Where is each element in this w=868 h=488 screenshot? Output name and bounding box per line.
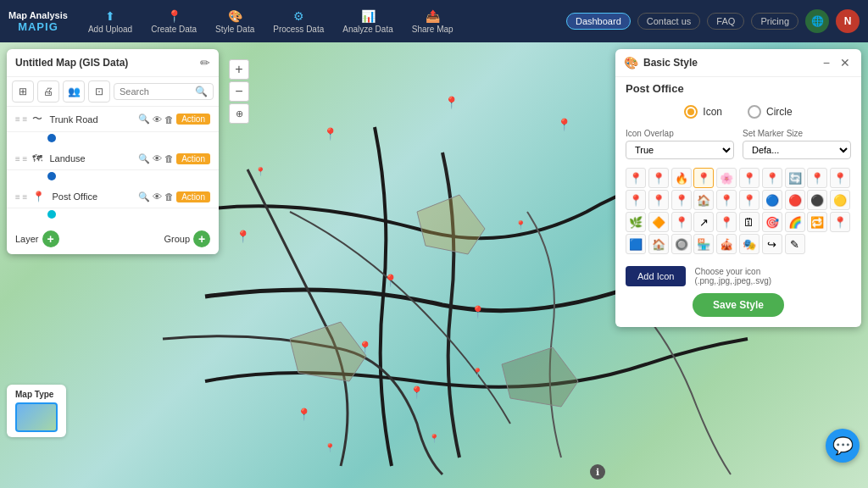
icon-cell-2[interactable]: 📍 [648, 168, 669, 188]
map-type-thumbnail[interactable] [15, 402, 58, 432]
marker-size-select[interactable]: Defa... Small Medium Large [743, 141, 851, 159]
map-pin-5: 📍 [236, 230, 250, 243]
trunk-road-eye-icon[interactable]: 👁 [153, 114, 162, 125]
icon-cell-22[interactable]: 🔶 [648, 212, 669, 232]
icon-radio[interactable] [684, 105, 698, 119]
icon-cell-4[interactable]: 📍 [693, 168, 714, 188]
minimize-btn[interactable]: − [821, 56, 832, 69]
toolbar-print-icon[interactable]: 🖨 [37, 80, 59, 103]
icon-cell-35[interactable]: 🎪 [716, 234, 737, 254]
save-style-btn[interactable]: Save Style [693, 293, 784, 317]
map-area[interactable]: 📍 📍 📍 📍 📍 📍 📍 📍 📍 📍 📍 📍 📍 📍 📍 + − ⊕ Map … [0, 42, 868, 488]
icon-cell-26[interactable]: 🗓 [739, 212, 760, 232]
trunk-road-delete-icon[interactable]: 🗑 [164, 114, 174, 125]
icon-cell-3[interactable]: 🔥 [671, 168, 692, 188]
icon-cell-37[interactable]: ↪ [762, 234, 782, 254]
icon-cell-21[interactable]: 🌿 [626, 212, 646, 232]
toolbar-settings-icon[interactable]: ⊡ [88, 80, 110, 103]
post-office-search-icon[interactable]: 🔍 [138, 191, 150, 202]
map-pin-3: 📍 [557, 118, 571, 131]
icon-cell-13[interactable]: 📍 [671, 190, 692, 210]
zoom-in-btn[interactable]: + [229, 59, 249, 80]
svg-marker-0 [417, 195, 485, 254]
add-icon-btn[interactable]: Add Icon [626, 266, 686, 286]
icon-cell-10[interactable]: 📍 [830, 168, 850, 188]
icon-cell-9[interactable]: 📍 [807, 168, 827, 188]
icon-cell-31[interactable]: 🟦 [626, 234, 646, 254]
add-layer-btn[interactable]: Layer + [15, 230, 59, 247]
add-layer-plus-icon[interactable]: + [42, 230, 59, 247]
landuse-search-icon[interactable]: 🔍 [138, 153, 150, 164]
add-group-btn[interactable]: Group + [164, 230, 210, 247]
post-office-eye-icon[interactable]: 👁 [153, 191, 162, 202]
nav-process-data[interactable]: ⚙ Process Data [266, 6, 331, 37]
map-pin-6: 📍 [383, 274, 398, 287]
icon-cell-17[interactable]: 🔵 [762, 190, 782, 210]
icon-cell-34[interactable]: 🏪 [693, 234, 714, 254]
icon-cell-5[interactable]: 🌸 [716, 168, 737, 188]
panel-header: Untitled Map (GIS Data) ✏ [7, 49, 219, 77]
app-brand: Map Analysis MAPIG [8, 10, 68, 33]
toolbar-grid-icon[interactable]: ⊞ [12, 80, 34, 103]
icon-cell-8[interactable]: 🔄 [785, 168, 805, 188]
trunk-road-search-icon[interactable]: 🔍 [138, 114, 150, 125]
type-icon-option[interactable]: Icon [684, 105, 722, 119]
icon-cell-27[interactable]: 🎯 [762, 212, 782, 232]
icon-cell-32[interactable]: 🏠 [648, 234, 669, 254]
close-btn[interactable]: ✕ [837, 56, 853, 69]
nav-add-upload[interactable]: ⬆ Add Upload [81, 6, 139, 37]
user-profile[interactable]: N [836, 9, 860, 33]
icon-cell-36[interactable]: 🎭 [739, 234, 760, 254]
edit-title-icon[interactable]: ✏ [200, 56, 210, 69]
toolbar-group-icon[interactable]: 👥 [63, 80, 85, 103]
map-pin-1: 📍 [323, 127, 337, 141]
faq-btn[interactable]: FAQ [707, 13, 744, 30]
post-office-action-btn[interactable]: Action [176, 191, 210, 202]
icon-cell-16[interactable]: 📍 [739, 190, 760, 210]
basic-style-title: Basic Style [643, 57, 815, 69]
landuse-action-btn[interactable]: Action [176, 153, 210, 164]
nav-style-data[interactable]: 🎨 Style Data [209, 6, 261, 37]
type-circle-option[interactable]: Circle [748, 105, 793, 119]
zoom-out-btn[interactable]: − [229, 81, 249, 102]
post-office-name: Post Office [52, 191, 135, 202]
icon-cell-12[interactable]: 📍 [648, 190, 669, 210]
landuse-name: Landuse [49, 153, 135, 164]
icon-cell-33[interactable]: 🔘 [671, 234, 692, 254]
icon-cell-6[interactable]: 📍 [739, 168, 760, 188]
icon-cell-11[interactable]: 📍 [626, 190, 646, 210]
icon-cell-14[interactable]: 🏠 [693, 190, 714, 210]
icon-cell-30[interactable]: 📍 [830, 212, 850, 232]
landuse-delete-icon[interactable]: 🗑 [164, 153, 174, 164]
info-badge[interactable]: ℹ [590, 464, 605, 480]
icon-cell-29[interactable]: 🔁 [807, 212, 827, 232]
trunk-road-action-btn[interactable]: Action [176, 114, 210, 125]
zoom-reset-btn[interactable]: ⊕ [229, 103, 249, 124]
dashboard-btn[interactable]: Dashboard [566, 13, 631, 30]
nav-share-map[interactable]: 📤 Share Map [405, 6, 460, 37]
post-office-delete-icon[interactable]: 🗑 [164, 191, 174, 202]
icon-cell-20[interactable]: 🟡 [830, 190, 850, 210]
landuse-eye-icon[interactable]: 👁 [153, 153, 162, 164]
user-avatar[interactable]: 🌐 [805, 9, 829, 33]
icon-cell-18[interactable]: 🔴 [785, 190, 805, 210]
contact-btn[interactable]: Contact us [637, 13, 701, 30]
icon-cell-23[interactable]: 📍 [671, 212, 692, 232]
nav-analyze-data[interactable]: 📊 Analyze Data [336, 6, 399, 37]
icon-cell-38[interactable]: ✎ [785, 234, 805, 254]
icon-cell-15[interactable]: 📍 [716, 190, 737, 210]
pricing-btn[interactable]: Pricing [751, 13, 798, 30]
icon-cell-25[interactable]: 📍 [716, 212, 737, 232]
nav-create-data[interactable]: 📍 Create Data [144, 6, 203, 37]
circle-radio[interactable] [748, 105, 761, 119]
chat-bubble[interactable]: 💬 [826, 429, 860, 463]
icon-cell-19[interactable]: ⚫ [807, 190, 827, 210]
icon-cell-28[interactable]: 🌈 [785, 212, 805, 232]
search-input[interactable] [120, 86, 195, 97]
icon-cell-1[interactable]: 📍 [626, 168, 646, 188]
map-pin-2: 📍 [444, 96, 459, 109]
icon-cell-7[interactable]: 📍 [762, 168, 782, 188]
icon-overlap-select[interactable]: True False [626, 141, 734, 159]
add-group-plus-icon[interactable]: + [193, 230, 210, 247]
icon-cell-24[interactable]: ↗ [693, 212, 714, 232]
